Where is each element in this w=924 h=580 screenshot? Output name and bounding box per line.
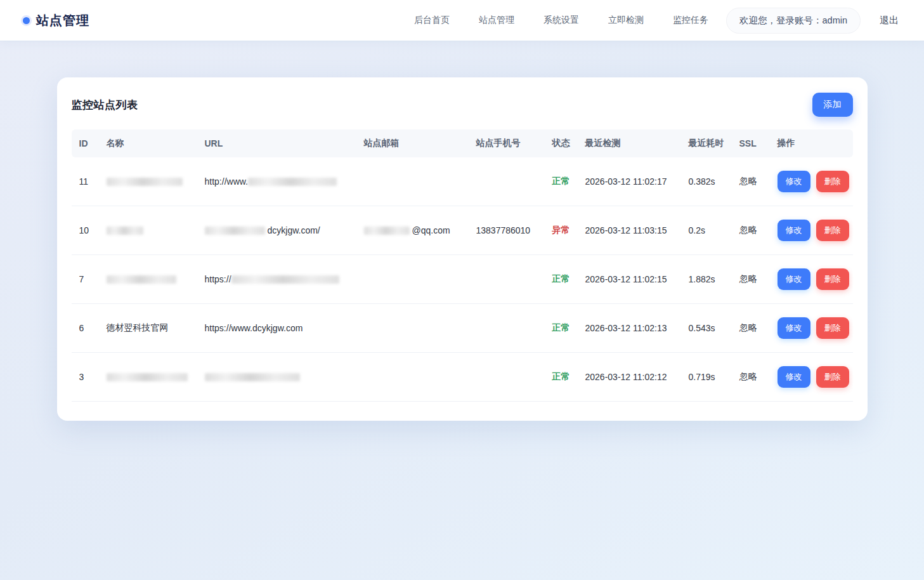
col-header-id: ID — [72, 129, 100, 157]
panel-title: 监控站点列表 — [72, 98, 138, 112]
edit-button[interactable]: 修改 — [778, 317, 810, 339]
cell-phone — [470, 157, 546, 206]
cell-last-check: 2026-03-12 11:02:13 — [579, 304, 682, 353]
site-row: 11http://www.正常2026-03-12 11:02:170.382s… — [72, 157, 853, 206]
delete-button[interactable]: 删除 — [816, 268, 849, 290]
panel-header: 监控站点列表 添加 — [57, 77, 868, 129]
cell-url: https://www.dcykjgw.com — [198, 304, 358, 353]
redacted-blur — [231, 275, 339, 284]
status-badge: 正常 — [552, 274, 570, 284]
cell-email — [358, 353, 470, 402]
redacted-blur — [107, 227, 143, 235]
cell-name — [100, 255, 198, 304]
cell-elapsed: 0.2s — [682, 206, 733, 255]
edit-button[interactable]: 修改 — [778, 220, 810, 241]
col-header-name: 名称 — [100, 129, 198, 157]
cell-actions: 修改删除 — [771, 304, 853, 353]
nav-item-system-settings[interactable]: 系统设置 — [543, 15, 579, 26]
status-badge: 异常 — [552, 225, 570, 235]
cell-ssl: 忽略 — [733, 206, 771, 255]
cell-name — [100, 353, 198, 402]
col-header-actions: 操作 — [771, 129, 853, 157]
cell-url: http://www. — [198, 157, 358, 206]
col-header-phone: 站点手机号 — [470, 129, 546, 157]
delete-button[interactable]: 删除 — [816, 366, 849, 388]
site-table-wrap: ID 名称 URL 站点邮箱 站点手机号 状态 最近检测 最近耗时 SSL 操作… — [57, 129, 868, 418]
redacted-blur — [248, 178, 337, 186]
edit-button[interactable]: 修改 — [778, 366, 810, 388]
nav-item-site-management[interactable]: 站点管理 — [479, 15, 514, 26]
cell-ssl: 忽略 — [733, 353, 771, 402]
cell-elapsed: 0.543s — [682, 304, 733, 353]
cell-text: http://www. — [205, 176, 248, 187]
cell-id: 7 — [72, 255, 100, 304]
main-nav: 后台首页 站点管理 系统设置 立即检测 监控任务 欢迎您，登录账号：admin … — [385, 8, 901, 34]
logo-dot-icon — [23, 17, 30, 24]
edit-button[interactable]: 修改 — [778, 171, 810, 192]
nav-item-monitor-tasks[interactable]: 监控任务 — [673, 15, 708, 26]
cell-id: 3 — [72, 353, 100, 402]
site-table: ID 名称 URL 站点邮箱 站点手机号 状态 最近检测 最近耗时 SSL 操作… — [72, 129, 853, 402]
site-row: 10dcykjgw.com/@qq.com13837786010异常2026-0… — [72, 206, 853, 255]
cell-phone — [470, 304, 546, 353]
nav-item-check-now[interactable]: 立即检测 — [608, 15, 644, 26]
redacted-blur — [205, 373, 300, 381]
table-header: ID 名称 URL 站点邮箱 站点手机号 状态 最近检测 最近耗时 SSL 操作 — [72, 129, 853, 157]
col-header-last-check: 最近检测 — [579, 129, 682, 157]
cell-elapsed: 0.382s — [682, 157, 733, 206]
cell-elapsed: 1.882s — [682, 255, 733, 304]
cell-elapsed: 0.719s — [682, 353, 733, 402]
cell-name: 德材翌科技官网 — [100, 304, 198, 353]
cell-ssl: 忽略 — [733, 304, 771, 353]
redacted-blur — [364, 227, 410, 235]
redacted-blur — [107, 373, 188, 381]
site-row: 7https://正常2026-03-12 11:02:151.882s忽略修改… — [72, 255, 853, 304]
nav-item-dashboard[interactable]: 后台首页 — [414, 15, 450, 26]
delete-button[interactable]: 删除 — [816, 171, 849, 192]
cell-text: 德材翌科技官网 — [107, 322, 169, 333]
col-header-elapsed: 最近耗时 — [682, 129, 733, 157]
cell-text: @qq.com — [412, 225, 450, 235]
cell-email — [358, 255, 470, 304]
cell-email: @qq.com — [358, 206, 470, 255]
col-header-status: 状态 — [546, 129, 579, 157]
delete-button[interactable]: 删除 — [816, 220, 849, 241]
cell-last-check: 2026-03-12 11:02:15 — [579, 255, 682, 304]
edit-button[interactable]: 修改 — [778, 268, 810, 290]
delete-button[interactable]: 删除 — [816, 317, 849, 339]
table-body: 11http://www.正常2026-03-12 11:02:170.382s… — [72, 157, 853, 402]
top-bar: 站点管理 后台首页 站点管理 系统设置 立即检测 监控任务 欢迎您，登录账号：a… — [0, 0, 924, 41]
cell-name — [100, 157, 198, 206]
redacted-blur — [205, 227, 265, 235]
cell-phone — [470, 255, 546, 304]
cell-last-check: 2026-03-12 11:03:15 — [579, 206, 682, 255]
cell-url: https:// — [198, 255, 358, 304]
cell-status: 正常 — [546, 353, 579, 402]
cell-text: https://www.dcykjgw.com — [205, 323, 303, 333]
logout-link[interactable]: 退出 — [880, 15, 899, 27]
status-badge: 正常 — [552, 176, 570, 186]
cell-email — [358, 157, 470, 206]
cell-actions: 修改删除 — [771, 353, 853, 402]
app-logo: 站点管理 — [23, 12, 89, 29]
status-badge: 正常 — [552, 322, 570, 333]
monitor-site-panel: 监控站点列表 添加 ID 名称 URL 站点邮箱 站点手机号 状态 最近检测 最… — [57, 77, 868, 421]
welcome-badge: 欢迎您，登录账号：admin — [726, 8, 861, 34]
cell-actions: 修改删除 — [771, 255, 853, 304]
redacted-blur — [107, 275, 176, 284]
cell-text: https:// — [205, 274, 231, 284]
cell-status: 正常 — [546, 157, 579, 206]
col-header-ssl: SSL — [733, 129, 771, 157]
cell-ssl: 忽略 — [733, 157, 771, 206]
cell-status: 正常 — [546, 304, 579, 353]
cell-id: 11 — [72, 157, 100, 206]
cell-phone: 13837786010 — [470, 206, 546, 255]
cell-actions: 修改删除 — [771, 206, 853, 255]
cell-url — [198, 353, 358, 402]
add-site-button[interactable]: 添加 — [812, 93, 853, 117]
cell-id: 6 — [72, 304, 100, 353]
cell-status: 异常 — [546, 206, 579, 255]
cell-last-check: 2026-03-12 11:02:17 — [579, 157, 682, 206]
col-header-url: URL — [198, 129, 358, 157]
cell-status: 正常 — [546, 255, 579, 304]
